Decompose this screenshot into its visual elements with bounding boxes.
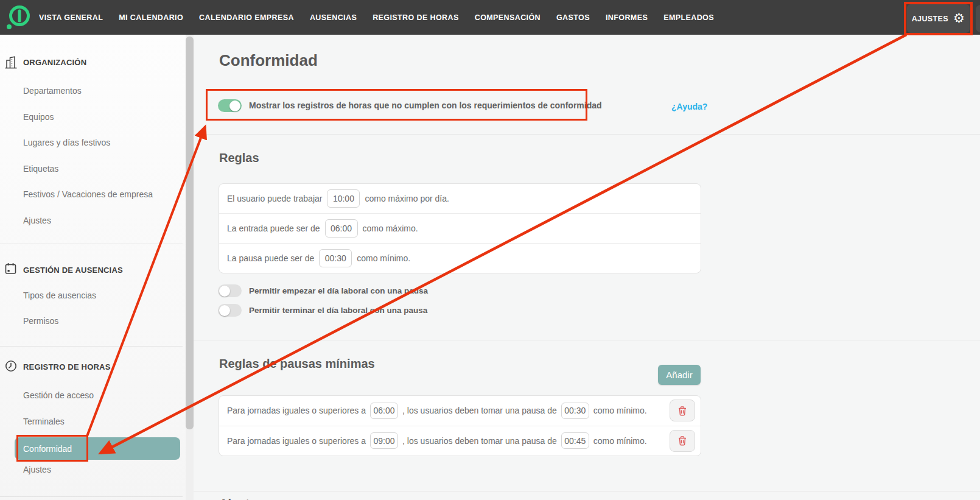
settings-sidebar: ORGANIZACIÓN Departamentos Equipos Lugar… xyxy=(0,35,186,500)
min-breaks-card: Para jornadas iguales o superiores a , l… xyxy=(219,395,701,456)
rule-text: , los usuarios deben tomar una pausa de xyxy=(402,436,557,446)
min-breaks-section-title: Reglas de pausas mínimas xyxy=(219,357,375,371)
sidebar-item-ajustes-registro[interactable]: Ajustes xyxy=(23,465,51,474)
toggle-knob xyxy=(229,100,240,111)
sidebar-item-ajustes-organizacion[interactable]: Ajustes xyxy=(23,216,51,225)
rule-text: como máximo por día. xyxy=(365,194,449,203)
rule-row-min-break: La pausa puede ser de como mínimo. xyxy=(219,243,701,273)
section-divider xyxy=(194,491,980,491)
start-day-with-break-label: Permitir empezar el día laboral con una … xyxy=(249,286,428,295)
max-hours-per-day-input[interactable] xyxy=(327,189,360,208)
sidebar-section-gestion-ausencias: GESTIÓN DE AUSENCIAS xyxy=(23,266,123,275)
sidebar-item-tipos-de-ausencias[interactable]: Tipos de ausencias xyxy=(23,290,96,300)
gear-icon: ⚙ xyxy=(953,12,965,25)
sidebar-item-departamentos[interactable]: Departamentos xyxy=(23,86,82,96)
sidebar-item-terminales[interactable]: Terminales xyxy=(23,417,65,426)
toggle-knob xyxy=(219,286,230,297)
rule-text: como mínimo. xyxy=(593,406,647,415)
rule-row-earliest-entry: La entrada puede ser de como máximo. xyxy=(219,213,701,243)
rule-text: La pausa puede ser de xyxy=(227,253,314,263)
clock-icon xyxy=(5,360,17,372)
rule-text: como máximo. xyxy=(363,224,418,233)
rule-text: , los usuarios deben tomar una pausa de xyxy=(402,406,557,415)
trash-icon xyxy=(677,435,687,446)
help-link[interactable]: ¿Ayuda? xyxy=(671,102,707,111)
top-navigation-bar: VISTA GENERAL MI CALENDARIO CALENDARIO E… xyxy=(0,0,980,35)
building-icon xyxy=(5,55,17,69)
earliest-entry-input[interactable] xyxy=(325,219,358,238)
break-threshold-input[interactable] xyxy=(370,403,398,419)
add-break-rule-button[interactable]: Añadir xyxy=(658,365,701,385)
end-day-with-break-toggle[interactable] xyxy=(218,304,242,317)
nav-compensacion[interactable]: COMPENSACIÓN xyxy=(475,13,541,22)
rules-section-title: Reglas xyxy=(219,151,259,165)
nav-informes[interactable]: INFORMES xyxy=(606,13,648,22)
nav-registro-de-horas[interactable]: REGISTRO DE HORAS xyxy=(373,13,459,22)
break-rule-row: Para jornadas iguales o superiores a , l… xyxy=(219,396,701,426)
rule-row-max-per-day: El usuario puede trabajar como máximo po… xyxy=(219,184,701,213)
toggle-knob xyxy=(219,305,230,316)
rule-text: La entrada puede ser de xyxy=(227,224,320,233)
sidebar-item-permisos[interactable]: Permisos xyxy=(23,316,58,326)
show-noncompliant-label: Mostrar los registros de horas que no cu… xyxy=(249,100,602,110)
sidebar-scrollbar-thumb[interactable] xyxy=(186,37,194,429)
min-break-input[interactable] xyxy=(319,249,352,267)
sidebar-divider xyxy=(0,244,183,244)
sidebar-section-registro-de-horas: REGISTRO DE HORAS xyxy=(23,362,111,371)
settings-button[interactable]: AJUSTES ⚙ xyxy=(907,4,970,33)
kenjo-logo[interactable] xyxy=(5,2,33,33)
trash-icon xyxy=(677,406,687,416)
sidebar-item-lugares-dias-festivos[interactable]: Lugares y días festivos xyxy=(23,138,110,147)
sidebar-item-conformidad-selected[interactable]: Conformidad xyxy=(15,437,180,460)
sidebar-divider xyxy=(0,496,183,497)
sidebar-section-organizacion: ORGANIZACIÓN xyxy=(23,58,86,67)
end-day-with-break-label: Permitir terminar el día laboral con una… xyxy=(249,306,427,315)
rule-text: Para jornadas iguales o superiores a xyxy=(227,436,366,446)
settings-button-label: AJUSTES xyxy=(912,15,948,23)
delete-break-rule-button[interactable] xyxy=(670,430,695,452)
sidebar-item-conformidad-label: Conformidad xyxy=(23,444,72,454)
delete-break-rule-button[interactable] xyxy=(670,400,695,421)
rule-text: Para jornadas iguales o superiores a xyxy=(227,406,366,415)
nav-vista-general[interactable]: VISTA GENERAL xyxy=(39,13,103,22)
profile-button-partial[interactable] xyxy=(976,5,980,32)
sidebar-item-equipos[interactable]: Equipos xyxy=(23,112,54,122)
calendar-icon xyxy=(5,262,16,275)
break-duration-input[interactable] xyxy=(561,403,589,419)
rule-text: como mínimo. xyxy=(357,253,410,263)
nav-gastos[interactable]: GASTOS xyxy=(556,13,590,22)
sidebar-item-etiquetas[interactable]: Etiquetas xyxy=(23,164,58,174)
break-rule-row: Para jornadas iguales o superiores a , l… xyxy=(219,426,701,456)
sidebar-divider xyxy=(0,346,183,347)
show-noncompliant-toggle[interactable] xyxy=(218,99,242,112)
nav-empleados[interactable]: EMPLEADOS xyxy=(663,13,714,22)
nav-mi-calendario[interactable]: MI CALENDARIO xyxy=(119,13,183,22)
rule-text: como mínimo. xyxy=(593,436,647,446)
partial-bottom-heading: Ajustes xyxy=(219,497,263,500)
sidebar-item-festivos-vacaciones[interactable]: Festivos / Vacaciones de empresa xyxy=(23,189,153,199)
sidebar-item-gestion-de-acceso[interactable]: Gestión de acceso xyxy=(23,390,94,400)
rule-text: El usuario puede trabajar xyxy=(227,194,322,203)
section-divider xyxy=(194,340,980,340)
page-title: Conformidad xyxy=(219,51,318,70)
break-duration-input[interactable] xyxy=(561,432,589,449)
start-day-with-break-toggle[interactable] xyxy=(218,284,242,297)
break-threshold-input[interactable] xyxy=(370,432,398,449)
nav-ausencias[interactable]: AUSENCIAS xyxy=(310,13,357,22)
nav-calendario-empresa[interactable]: CALENDARIO EMPRESA xyxy=(199,13,294,22)
section-divider xyxy=(194,134,980,135)
rules-card: El usuario puede trabajar como máximo po… xyxy=(219,183,701,273)
top-nav-items: VISTA GENERAL MI CALENDARIO CALENDARIO E… xyxy=(39,0,714,35)
